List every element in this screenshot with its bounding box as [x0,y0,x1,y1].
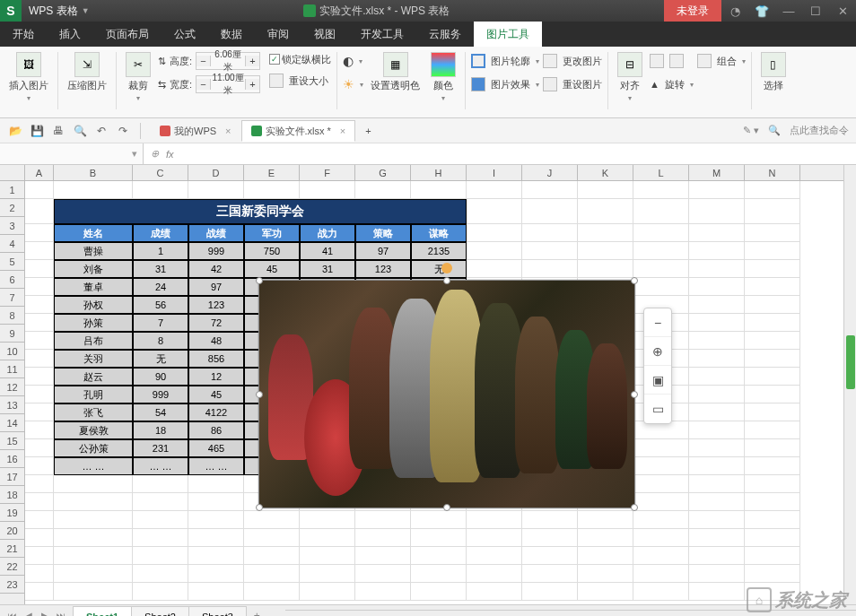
new-tab-button[interactable]: + [355,120,380,142]
cell-I21[interactable] [467,547,522,565]
row-header-21[interactable]: 21 [0,540,24,558]
cell-B22[interactable] [54,565,133,583]
cell-N20[interactable] [745,529,800,547]
cell-C6[interactable]: 24 [133,278,188,296]
cell-C18[interactable] [133,493,188,511]
cell-A4[interactable] [25,242,54,260]
menu-tab-4[interactable]: 数据 [208,22,255,47]
tab-close-icon[interactable]: × [340,120,345,142]
resize-handle-br[interactable] [631,504,638,511]
cell-K2[interactable] [578,199,633,224]
cell-L20[interactable] [633,529,689,547]
column-header-I[interactable]: I [467,165,522,180]
cell-A22[interactable] [25,565,54,583]
cell-B21[interactable] [54,547,133,565]
cell-D12[interactable]: 45 [188,386,244,403]
cell-C4[interactable]: 1 [133,242,188,260]
menu-tab-2[interactable]: 页面布局 [93,22,162,47]
cell-C14[interactable]: 18 [133,421,188,439]
search-command[interactable]: 点此查找命令 [790,124,849,137]
cell-L2[interactable] [633,199,689,224]
cell-N17[interactable] [745,475,800,493]
row-header-13[interactable]: 13 [0,396,24,414]
cell-G1[interactable] [355,181,411,199]
cell-E5[interactable]: 45 [244,260,300,278]
cloud-icon[interactable]: ◔ [721,0,748,22]
cell-N16[interactable] [745,457,800,475]
cell-N22[interactable] [745,565,800,583]
cell-M13[interactable] [689,403,745,421]
cell-I22[interactable] [467,565,522,583]
cell-B17[interactable] [54,475,133,493]
cell-C9[interactable]: 8 [133,332,188,350]
tab-my-wps[interactable]: 我的WPS × [150,120,241,142]
cell-C15[interactable]: 231 [133,439,188,457]
cell-K19[interactable] [578,511,633,529]
cell-B15[interactable]: 公孙策 [54,439,133,457]
cell-M19[interactable] [689,511,745,529]
cell-I3[interactable] [467,224,522,242]
cell-F22[interactable] [300,565,355,583]
menu-tab-3[interactable]: 公式 [162,22,208,47]
reset-picture-button[interactable]: 重设图片 [543,74,602,95]
close-icon[interactable]: ✕ [829,0,856,22]
cell-B23[interactable] [54,583,133,601]
cell-A21[interactable] [25,547,54,565]
menu-tab-5[interactable]: 审阅 [255,22,301,47]
cell-M9[interactable] [689,332,745,350]
cell-C1[interactable] [133,181,188,199]
cell-A12[interactable] [25,386,54,403]
cell-K20[interactable] [578,529,633,547]
cell-N14[interactable] [745,421,800,439]
cell-H5[interactable]: 无 [411,260,467,278]
minimize-icon[interactable]: — [775,0,802,22]
cell-B8[interactable]: 孙策 [54,314,133,332]
cell-M11[interactable] [689,368,745,386]
cell-L1[interactable] [633,181,689,199]
cell-C12[interactable]: 999 [133,386,188,403]
group-button[interactable]: 组合▾ [697,50,746,72]
cell-A11[interactable] [25,368,54,386]
row-header-11[interactable]: 11 [0,360,24,378]
cell-A16[interactable] [25,457,54,475]
cell-B19[interactable] [54,511,133,529]
cell-A6[interactable] [25,278,54,296]
reset-size-button[interactable]: 重设大小 [269,70,331,91]
cell-A20[interactable] [25,529,54,547]
column-header-E[interactable]: E [244,165,300,180]
cell-N4[interactable] [745,242,800,260]
cell-N15[interactable] [745,439,800,457]
select-all-corner[interactable] [0,165,25,180]
embedded-picture[interactable]: − ⊕ ▣ ▭ [258,280,635,508]
cell-N7[interactable] [745,296,800,314]
save-icon[interactable]: 💾 [29,123,45,139]
cell-C8[interactable]: 7 [133,314,188,332]
cell-J3[interactable] [522,224,578,242]
tab-close-icon[interactable]: × [225,120,231,142]
column-header-B[interactable]: B [54,165,133,180]
row-header-9[interactable]: 9 [0,325,24,343]
cell-D18[interactable] [188,493,244,511]
change-picture-button[interactable]: 更改图片 [543,50,602,72]
cell-I4[interactable] [467,242,522,260]
row-header-15[interactable]: 15 [0,432,24,450]
cell-N6[interactable] [745,278,800,296]
cell-L17[interactable] [633,475,689,493]
column-header-K[interactable]: K [578,165,633,180]
row-header-7[interactable]: 7 [0,289,24,307]
feedback-icon[interactable]: ✎ ▾ [743,125,759,136]
cell-A15[interactable] [25,439,54,457]
cell-E19[interactable] [244,511,300,529]
sheet-nav-prev[interactable]: ◀ [22,611,36,616]
cell-J20[interactable] [522,529,578,547]
cell-M14[interactable] [689,421,745,439]
cell-N2[interactable] [745,199,800,224]
cell-N1[interactable] [745,181,800,199]
cell-N12[interactable] [745,386,800,403]
select-pane-button[interactable]: ▯ 选择 [757,50,790,94]
cell-H22[interactable] [411,565,467,583]
column-header-C[interactable]: C [133,165,188,180]
vscroll-thumb[interactable] [846,335,855,389]
cell-G5[interactable]: 123 [355,260,411,278]
cell-D3[interactable]: 战绩 [188,224,244,242]
